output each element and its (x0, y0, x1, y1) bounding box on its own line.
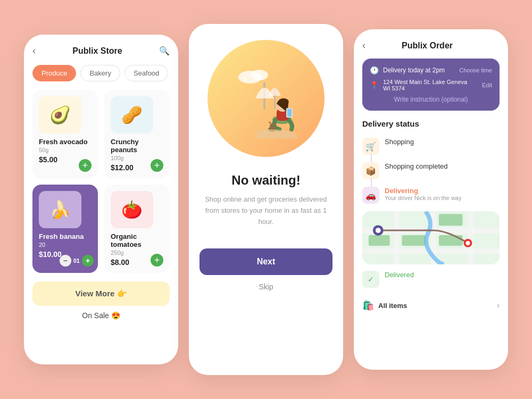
delivery-status-title: Delivery status (362, 119, 500, 128)
order-title: Publix Order (402, 41, 453, 51)
delivering-sub: Your driver Nick is on the way (385, 195, 500, 201)
product-peanuts-img: 🥜 (111, 96, 153, 134)
tab-produce[interactable]: Produce (32, 65, 76, 81)
shopping-label: Shopping (385, 138, 500, 146)
choose-time-button[interactable]: Choose time (459, 67, 492, 73)
write-instruction-button[interactable]: Write instruction (optional) (370, 96, 492, 103)
status-delivered: ✓ Delivered (362, 268, 500, 291)
product-banana-weight: 20 (39, 242, 92, 248)
onboarding-description: Shop online and get groceries delivered … (200, 194, 332, 227)
clock-icon: 🕐 (370, 66, 379, 74)
product-avocado-img: 🥑 (39, 96, 81, 134)
banana-qty: 01 (73, 257, 80, 264)
svg-rect-21 (439, 235, 463, 246)
location-icon: 📍 (370, 81, 379, 89)
search-button[interactable]: 🔍 (159, 46, 170, 56)
delivering-icon: 🚗 (362, 187, 379, 204)
store-screen: ‹ Publix Store 🔍 Produce Bakery Seafood … (24, 35, 178, 364)
onboarding-illustration (207, 40, 325, 157)
product-peanuts-name: Crunchy peanuts (111, 138, 163, 154)
delivery-address-label: 124 West Main St. Lake Geneva WI 5374 (383, 79, 468, 92)
order-back-button[interactable]: ‹ (362, 40, 365, 51)
all-items-label: All items (378, 302, 407, 310)
shopping-completed-label: Shopping completed (385, 162, 500, 170)
product-tomatoes: 🍅 Organic tomatoes 250g $8.00 + (104, 185, 170, 273)
view-more-button[interactable]: View More 👉 (32, 281, 170, 306)
svg-point-11 (270, 123, 275, 129)
product-banana-img: 🍌 (39, 191, 81, 228)
order-screen: ‹ Publix Order 🕐 Delivery today at 2pm C… (354, 29, 508, 370)
status-shopping-completed: 📦 Shopping completed (362, 159, 500, 182)
svg-point-23 (376, 228, 381, 233)
delivery-map (362, 211, 500, 264)
status-list: 🛒 Shopping 📦 Shopping completed 🚗 Delive… (362, 135, 500, 207)
banana-qty-controls: − 01 + (60, 255, 94, 267)
product-avocado-name: Fresh avocado (39, 138, 92, 146)
skip-button[interactable]: Skip (259, 282, 273, 291)
bag-icon: 🛍️ (362, 300, 374, 311)
add-peanuts-button[interactable]: + (151, 159, 163, 172)
delivery-time-row: 🕐 Delivery today at 2pm Choose time (370, 66, 492, 74)
product-banana: 🍌 Fresh banana 20 $10.00 − 01 + (32, 185, 98, 273)
all-items-row[interactable]: 🛍️ All items › (362, 296, 500, 314)
product-avocado-weight: 50g (39, 147, 92, 153)
svg-rect-9 (287, 109, 292, 117)
edit-address-button[interactable]: Edit (482, 82, 492, 88)
status-shopping: 🛒 Shopping (362, 135, 500, 158)
category-tabs: Produce Bakery Seafood (32, 65, 170, 81)
add-avocado-button[interactable]: + (79, 159, 92, 172)
svg-rect-19 (402, 235, 426, 246)
shopping-icon: 🛒 (362, 138, 379, 155)
store-title: Publix Store (72, 46, 122, 56)
svg-rect-18 (369, 235, 390, 246)
delivery-time-label: Delivery today at 2pm (383, 66, 445, 74)
products-grid: 🥑 Fresh avocado 50g $5.00 + 🥜 Crunchy pe… (32, 90, 170, 273)
delivering-label: Delivering (385, 187, 500, 195)
next-button[interactable]: Next (200, 248, 332, 275)
tab-bakery[interactable]: Bakery (80, 65, 120, 81)
svg-rect-15 (394, 211, 400, 264)
status-delivering: 🚗 Delivering Your driver Nick is on the … (362, 184, 500, 207)
product-banana-name: Fresh banana (39, 232, 92, 240)
product-tomatoes-img: 🍅 (111, 191, 153, 228)
delivery-card: 🕐 Delivery today at 2pm Choose time 📍 12… (362, 59, 500, 111)
back-button[interactable]: ‹ (32, 45, 36, 56)
svg-rect-20 (439, 214, 463, 226)
product-peanuts: 🥜 Crunchy peanuts 100g $12.00 + (104, 90, 170, 178)
delivered-icon: ✓ (362, 271, 379, 288)
on-sale-label: On Sale 😍 (32, 311, 170, 320)
banana-plus-button[interactable]: + (82, 255, 94, 267)
product-tomatoes-name: Organic tomatoes (111, 232, 163, 248)
delivery-address-row: 📍 124 West Main St. Lake Geneva WI 5374 … (370, 79, 492, 92)
banana-minus-button[interactable]: − (60, 255, 71, 267)
order-header: ‹ Publix Order (362, 40, 500, 51)
svg-rect-17 (468, 211, 473, 264)
tab-seafood[interactable]: Seafood (124, 65, 168, 81)
shopping-completed-icon: 📦 (362, 162, 379, 179)
svg-point-25 (466, 241, 470, 245)
svg-point-2 (251, 70, 268, 80)
all-items-chevron: › (497, 301, 500, 310)
product-avocado: 🥑 Fresh avocado 50g $5.00 + (32, 90, 98, 178)
add-tomatoes-button[interactable]: + (151, 254, 163, 267)
onboarding-title: No waiting! (231, 173, 300, 188)
delivered-label: Delivered (385, 271, 500, 279)
store-header: ‹ Publix Store 🔍 (32, 45, 170, 56)
onboarding-screen: No waiting! Shop online and get grocerie… (189, 24, 343, 375)
